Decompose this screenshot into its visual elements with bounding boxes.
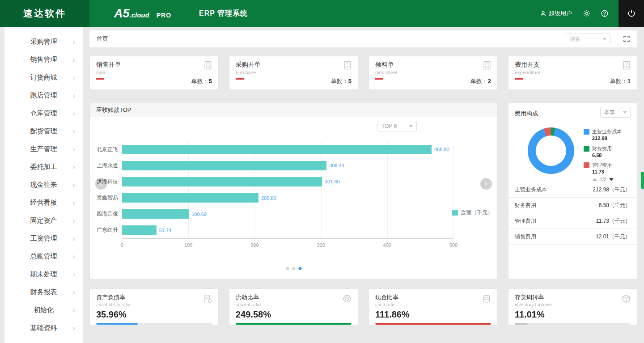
- chevron-right-icon: ›: [72, 181, 75, 189]
- stat-card-accent: [96, 78, 104, 80]
- carousel-dot-2[interactable]: [298, 267, 301, 270]
- sidebar: 采购管理›销售管理›订货商城›跑店管理›仓库管理›配货管理›生产管理›委托加工›…: [4, 27, 83, 343]
- sidebar-item-label: 销售管理: [30, 55, 57, 64]
- sidebar-item-3[interactable]: 跑店管理›: [4, 86, 83, 104]
- sidebar-item-16[interactable]: 基础资料›: [4, 319, 83, 337]
- fullscreen-icon[interactable]: [623, 35, 630, 42]
- bar-value-label: 301.60: [325, 179, 340, 184]
- sidebar-item-label: 配货管理: [30, 127, 57, 136]
- user-menu[interactable]: 超级用户: [540, 9, 572, 17]
- donut-legend-item: 财务费用6.58: [584, 145, 622, 159]
- stat-card-3[interactable]: 费用开支expenditure单数：1: [508, 56, 637, 90]
- stat-card-count: 单数：5: [331, 77, 352, 85]
- expense-value: 12.01（千元）: [596, 233, 631, 241]
- chevron-right-icon: ›: [72, 235, 75, 242]
- bar[interactable]: [122, 145, 432, 154]
- stat-card-accent: [236, 78, 244, 80]
- top-filter-select[interactable]: TOP 6: [377, 121, 417, 131]
- pager-down-icon[interactable]: [609, 178, 614, 181]
- user-icon: [540, 10, 547, 17]
- help-icon[interactable]: [601, 9, 609, 17]
- legend-swatch: [584, 162, 589, 168]
- bar[interactable]: [122, 193, 258, 203]
- ratio-percent: 35.96%: [96, 309, 212, 320]
- sidebar-item-13[interactable]: 期末处理›: [4, 265, 83, 283]
- carousel-prev-button[interactable]: ‹: [95, 178, 107, 190]
- legend-label: 金额（千元）: [461, 209, 493, 216]
- legend-swatch: [584, 146, 589, 152]
- bar[interactable]: [122, 177, 322, 186]
- logo-text: 速达软件: [23, 7, 66, 20]
- axis-tick-label: 300: [317, 242, 325, 248]
- bar[interactable]: [122, 225, 157, 235]
- stat-cards-row: 销售开单sale单数：5采购开单purchase单数：5领料单pick shee…: [89, 56, 637, 90]
- ratio-card-1[interactable]: 流动比率current ratio249.58%: [229, 288, 358, 325]
- user-name: 超级用户: [549, 9, 572, 17]
- carousel-dot-1[interactable]: [292, 267, 295, 270]
- expense-row: 管理费用11.73（千元）: [508, 213, 637, 229]
- ratio-card-0[interactable]: 资产负债率asset libility ratio35.96%: [89, 288, 219, 325]
- bar-row: 上海永通308.44: [122, 157, 453, 174]
- sidebar-item-12[interactable]: 总账管理›: [4, 247, 83, 265]
- expense-value: 11.73（千元）: [596, 217, 631, 225]
- sidebar-item-label: 初始化: [34, 306, 54, 314]
- ratio-card-2[interactable]: 现金比率cash ratio111.86%: [369, 288, 498, 325]
- sidebar-item-9[interactable]: 经营看板›: [4, 194, 83, 212]
- legend-value: 6.58: [592, 152, 612, 159]
- sidebar-item-10[interactable]: 固定资产›: [4, 212, 83, 229]
- sidebar-item-14[interactable]: 财务报表›: [4, 283, 83, 301]
- bar-category-label: 北京正飞: [97, 146, 118, 153]
- sidebar-item-4[interactable]: 仓库管理›: [4, 104, 83, 122]
- search-input[interactable]: 搜索: [566, 34, 610, 44]
- ratio-percent: 249.58%: [236, 309, 352, 320]
- inventory-box-icon: [621, 294, 631, 305]
- bar[interactable]: [122, 209, 189, 219]
- ratio-percent: 111.86%: [375, 309, 491, 320]
- expense-row: 财务费用6.58（千元）: [508, 198, 637, 213]
- ratio-progress-fill: [96, 323, 138, 325]
- breadcrumb-home[interactable]: 首页: [97, 35, 108, 43]
- chevron-right-icon: ›: [72, 271, 75, 278]
- brand-a5: A5: [114, 7, 130, 21]
- logout-power-button[interactable]: [619, 0, 644, 27]
- period-select[interactable]: 本季: [600, 107, 631, 118]
- chart-body: TOP 6 0100200300400500北京正飞466.90上海永通308.…: [90, 117, 497, 279]
- right-edge-tab[interactable]: [641, 172, 644, 189]
- sidebar-item-11[interactable]: 工资管理›: [4, 229, 83, 247]
- bar-chart-plot: 0100200300400500北京正飞466.90上海永通308.44洪海科技…: [122, 141, 453, 239]
- stat-card-2[interactable]: 领料单pick sheet单数：2: [369, 56, 498, 90]
- header-right: 超级用户: [540, 0, 644, 27]
- bar-rows: 北京正飞466.90上海永通308.44洪海科技301.60海鑫贸易205.80…: [122, 141, 453, 238]
- sidebar-item-1[interactable]: 销售管理›: [4, 51, 83, 68]
- axis-tick-label: 0: [121, 242, 123, 248]
- chevron-right-icon: ›: [72, 92, 75, 99]
- chart-title: 应收账款TOP: [96, 106, 131, 114]
- pager-up-icon[interactable]: [593, 178, 597, 181]
- donut-legend-item: 主营业务成本212.98: [584, 128, 622, 142]
- sidebar-item-2[interactable]: 订货商城›: [4, 68, 83, 86]
- sidebar-item-15[interactable]: 初始化›: [4, 301, 83, 319]
- sidebar-item-label: 基础资料: [30, 324, 57, 332]
- ratio-card-3[interactable]: 存货周转率inventory turnover11.01%: [508, 288, 637, 325]
- document-ratio-icon: [203, 294, 212, 305]
- ratio-title: 资产负债率: [96, 293, 212, 301]
- logo[interactable]: 速达软件: [0, 0, 89, 27]
- settings-gear-icon[interactable]: [583, 9, 591, 17]
- sidebar-item-6[interactable]: 生产管理›: [4, 140, 83, 158]
- stat-card-title: 采购开单: [236, 61, 352, 69]
- expense-donut-chart[interactable]: [528, 127, 574, 174]
- sidebar-item-8[interactable]: 现金往来›: [4, 176, 83, 194]
- stat-card-1[interactable]: 采购开单purchase单数：5: [229, 56, 358, 90]
- carousel-next-button[interactable]: ›: [480, 178, 492, 190]
- stat-card-subtitle: expenditure: [515, 70, 631, 75]
- ratio-progress-track: [375, 323, 491, 325]
- sidebar-item-5[interactable]: 配货管理›: [4, 122, 83, 140]
- stat-card-0[interactable]: 销售开单sale单数：5: [89, 56, 219, 90]
- sidebar-item-7[interactable]: 委托加工›: [4, 158, 83, 176]
- sidebar-item-0[interactable]: 采购管理›: [4, 33, 83, 51]
- carousel-dot-0[interactable]: [286, 267, 289, 270]
- carousel-dots: [286, 267, 301, 270]
- bar-row: 北京正飞466.90: [122, 141, 453, 157]
- sidebar-item-label: 现金往来: [30, 181, 57, 189]
- bar[interactable]: [122, 161, 326, 170]
